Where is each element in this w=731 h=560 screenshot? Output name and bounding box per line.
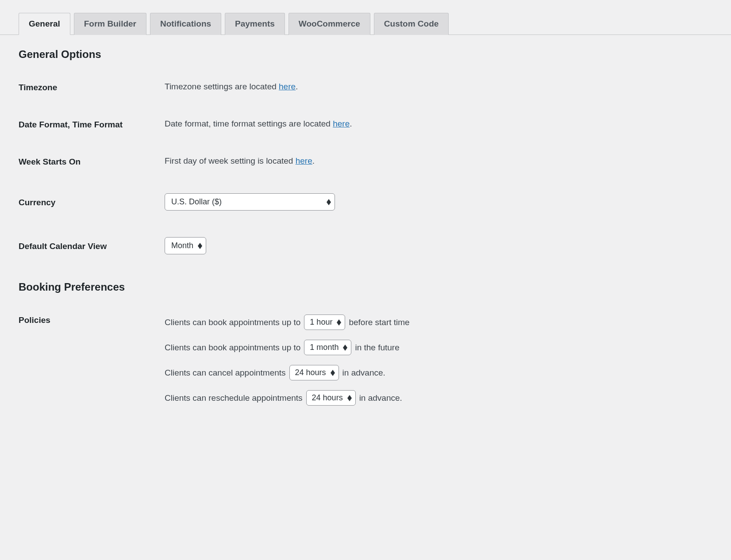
svg-marker-2 bbox=[198, 243, 202, 246]
policy-book-before-suffix: before start time bbox=[349, 318, 409, 327]
svg-marker-4 bbox=[337, 319, 341, 322]
link-ws-here[interactable]: here bbox=[296, 156, 312, 165]
tab-custom-code[interactable]: Custom Code bbox=[374, 13, 449, 35]
policy-cancel: Clients can cancel appointments 24 hours… bbox=[165, 365, 410, 380]
select-dcv-value: Month bbox=[171, 241, 193, 250]
select-arrows-icon bbox=[327, 199, 331, 205]
svg-marker-0 bbox=[327, 199, 331, 202]
tab-nav: General Form Builder Notifications Payme… bbox=[0, 0, 731, 35]
svg-marker-11 bbox=[347, 398, 352, 401]
select-default-calendar-view[interactable]: Month bbox=[165, 237, 206, 254]
svg-marker-3 bbox=[198, 246, 202, 249]
label-default-calendar-view: Default Calendar View bbox=[19, 241, 165, 251]
text-dtf-before: Date format, time format settings are lo… bbox=[165, 119, 333, 128]
tab-notifications[interactable]: Notifications bbox=[150, 13, 221, 35]
tab-woocommerce[interactable]: WooCommerce bbox=[289, 13, 370, 35]
select-book-future[interactable]: 1 month bbox=[304, 340, 351, 355]
select-arrows-icon bbox=[198, 243, 202, 249]
label-date-time-format: Date Format, Time Format bbox=[19, 119, 165, 130]
select-arrows-icon bbox=[337, 319, 341, 326]
select-arrows-icon bbox=[347, 395, 352, 401]
text-timezone-after: . bbox=[296, 82, 298, 91]
link-dtf-here[interactable]: here bbox=[333, 119, 350, 128]
text-ws-before: First day of week setting is located bbox=[165, 156, 296, 165]
svg-marker-9 bbox=[331, 373, 335, 376]
select-book-before[interactable]: 1 hour bbox=[304, 315, 345, 330]
select-book-future-value: 1 month bbox=[310, 343, 339, 352]
value-week-starts: First day of week setting is located her… bbox=[165, 156, 712, 166]
select-book-before-value: 1 hour bbox=[310, 318, 332, 327]
label-currency: Currency bbox=[19, 197, 165, 207]
label-week-starts: Week Starts On bbox=[19, 156, 165, 167]
label-policies: Policies bbox=[19, 315, 165, 325]
svg-marker-1 bbox=[327, 202, 331, 205]
label-timezone: Timezone bbox=[19, 82, 165, 92]
policy-reschedule: Clients can reschedule appointments 24 h… bbox=[165, 390, 410, 406]
policy-reschedule-prefix: Clients can reschedule appointments bbox=[165, 393, 303, 403]
policy-book-before-prefix: Clients can book appointments up to bbox=[165, 318, 300, 327]
svg-marker-10 bbox=[347, 395, 352, 398]
select-arrows-icon bbox=[331, 370, 335, 376]
svg-marker-6 bbox=[343, 345, 347, 348]
svg-marker-5 bbox=[337, 322, 341, 326]
select-currency[interactable]: U.S. Dollar ($) bbox=[165, 193, 335, 211]
text-timezone-before: Timezone settings are located bbox=[165, 82, 279, 91]
svg-marker-7 bbox=[343, 348, 347, 351]
policy-book-future-suffix: in the future bbox=[355, 343, 399, 353]
select-currency-value: U.S. Dollar ($) bbox=[171, 197, 222, 207]
select-arrows-icon bbox=[343, 345, 347, 351]
text-ws-after: . bbox=[312, 156, 315, 165]
svg-marker-8 bbox=[331, 370, 335, 373]
policy-cancel-prefix: Clients can cancel appointments bbox=[165, 368, 286, 378]
link-timezone-here[interactable]: here bbox=[279, 82, 296, 91]
policy-cancel-suffix: in advance. bbox=[342, 368, 385, 378]
section-heading-general-options: General Options bbox=[19, 48, 712, 61]
select-cancel[interactable]: 24 hours bbox=[289, 365, 339, 380]
select-cancel-value: 24 hours bbox=[295, 368, 326, 377]
tab-general[interactable]: General bbox=[19, 13, 70, 35]
section-heading-booking-preferences: Booking Preferences bbox=[19, 281, 712, 293]
policy-book-future: Clients can book appointments up to 1 mo… bbox=[165, 340, 410, 355]
select-reschedule[interactable]: 24 hours bbox=[306, 390, 356, 406]
policy-reschedule-suffix: in advance. bbox=[359, 393, 402, 403]
policy-book-before: Clients can book appointments up to 1 ho… bbox=[165, 315, 410, 330]
select-reschedule-value: 24 hours bbox=[312, 393, 343, 403]
tab-payments[interactable]: Payments bbox=[225, 13, 285, 35]
tab-form-builder[interactable]: Form Builder bbox=[74, 13, 146, 35]
policy-book-future-prefix: Clients can book appointments up to bbox=[165, 343, 300, 353]
text-dtf-after: . bbox=[350, 119, 352, 128]
value-date-time-format: Date format, time format settings are lo… bbox=[165, 119, 712, 129]
value-timezone: Timezone settings are located here. bbox=[165, 82, 712, 92]
